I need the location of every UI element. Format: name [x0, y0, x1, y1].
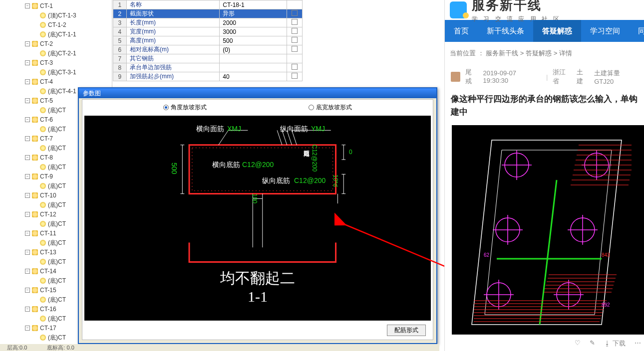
collapse-icon[interactable]: −	[25, 3, 30, 8]
crumb-link[interactable]: 详情	[559, 49, 572, 57]
prop-value[interactable]: CT-18-1	[220, 0, 287, 9]
avatar[interactable]	[451, 72, 460, 82]
collapse-icon[interactable]: −	[25, 136, 30, 141]
post-cat1[interactable]: 土建	[577, 68, 589, 86]
prop-value[interactable]: 3000	[220, 27, 287, 36]
prop-row[interactable]: 9加强筋起步(mm)40	[113, 72, 303, 81]
prop-row[interactable]: 3长度(mm)2000	[113, 18, 303, 27]
collapse-icon[interactable]: −	[25, 212, 30, 217]
collapse-icon[interactable]: −	[25, 250, 30, 255]
tool-icon[interactable]: ♡	[575, 339, 581, 348]
tree-node[interactable]: −CT-2	[25, 39, 112, 48]
collapse-icon[interactable]: −	[25, 193, 30, 198]
lbl-ymj[interactable]: YMJ	[311, 125, 325, 133]
collapse-icon[interactable]: −	[25, 174, 30, 179]
collapse-icon[interactable]: −	[25, 79, 30, 84]
site-nav: 首页新干线头条答疑解惑学习空间同城	[445, 20, 644, 42]
dialog-title-bar[interactable]: 参数图	[79, 88, 436, 98]
crumb-link[interactable]: 服务新干线	[486, 49, 518, 57]
prop-label: 长度(mm)	[126, 18, 219, 27]
props-table[interactable]: 1名称CT-18-12截面形状异形3长度(mm)20004宽度(mm)30005…	[113, 0, 303, 81]
prop-check[interactable]	[287, 36, 302, 45]
rebar-form-button[interactable]: 配筋形式	[387, 325, 426, 336]
collapse-icon[interactable]: −	[25, 41, 30, 46]
checkbox-icon[interactable]	[292, 28, 298, 34]
prop-check[interactable]	[287, 0, 302, 9]
lbl-width[interactable]: 100	[251, 193, 258, 203]
prop-row[interactable]: 4宽度(mm)3000	[113, 27, 303, 36]
prop-row[interactable]: 1名称CT-18-1	[113, 0, 303, 9]
tool-icon[interactable]: ⋯	[635, 339, 641, 348]
tree-leaf[interactable]: (底)CT-1-1	[33, 30, 112, 39]
leaf-icon	[40, 31, 46, 37]
collapse-icon[interactable]: −	[25, 326, 30, 331]
prop-row[interactable]: 8承台单边加强筋	[113, 63, 303, 72]
username[interactable]: 尾戒	[465, 68, 478, 86]
collapse-icon[interactable]: −	[25, 288, 30, 293]
prop-check[interactable]	[287, 9, 302, 18]
prop-value[interactable]: 500	[220, 36, 287, 45]
nav-item[interactable]: 学习空间	[581, 20, 629, 42]
lbl-cmj-value[interactable]: C12@200	[311, 145, 318, 172]
prop-value[interactable]: (0)	[220, 45, 287, 54]
checkbox-icon[interactable]	[292, 73, 298, 79]
lbl-rd[interactable]: 10*d	[332, 175, 339, 187]
nav-item[interactable]: 答疑解惑	[533, 20, 581, 42]
nav-item[interactable]: 同城	[629, 20, 644, 42]
tree-leaf[interactable]: CT-1-2	[33, 20, 112, 29]
checkbox-icon[interactable]	[292, 19, 298, 25]
prop-row[interactable]: 6相对底标高(m)(0)	[113, 45, 303, 54]
prop-value[interactable]: 2000	[220, 18, 287, 27]
prop-check[interactable]	[287, 45, 302, 54]
checkbox-icon[interactable]	[292, 37, 298, 43]
row-num: 2	[113, 9, 127, 18]
prop-row[interactable]: 7其它钢筋	[113, 54, 303, 63]
tool-icon[interactable]: ✎	[590, 339, 595, 348]
tree-leaf[interactable]: (顶)CT-1-3	[33, 11, 112, 20]
prop-row[interactable]: 5高度(mm)500	[113, 36, 303, 45]
collapse-icon[interactable]: −	[25, 269, 30, 274]
nav-item[interactable]: 首页	[445, 20, 478, 42]
lbl-r0[interactable]: 0	[349, 149, 352, 156]
prop-check[interactable]	[287, 18, 302, 27]
prop-value[interactable]	[220, 63, 287, 72]
checkbox-icon[interactable]	[292, 10, 298, 16]
lbl-hxdj-value[interactable]: C12@200	[242, 161, 274, 169]
checkbox-icon[interactable]	[292, 64, 298, 70]
leaf-icon	[40, 145, 46, 151]
tree-leaf[interactable]: (底)CT-3-1	[33, 68, 112, 77]
collapse-icon[interactable]: −	[25, 60, 30, 65]
collapse-icon[interactable]: −	[25, 231, 30, 236]
prop-value[interactable]: 异形	[220, 9, 287, 18]
prop-check[interactable]	[287, 54, 302, 63]
radio-angle-slope[interactable]: 角度放坡形式	[163, 103, 207, 112]
site-logo[interactable]: 服务新干线 学 习 交 流 应 用 社 区	[445, 0, 644, 20]
collapse-icon[interactable]: −	[25, 307, 30, 312]
leaf-icon	[40, 126, 46, 132]
tree-node[interactable]: −CT-1	[25, 1, 112, 10]
prop-check[interactable]	[287, 27, 302, 36]
collapse-icon[interactable]: −	[25, 98, 30, 103]
tree-label: CT-1	[40, 2, 53, 9]
nav-item[interactable]: 新干线头条	[478, 20, 533, 42]
tree-node[interactable]: −CT-4	[25, 77, 112, 86]
lbl-zxdj-value[interactable]: C12@200	[294, 176, 325, 184]
collapse-icon[interactable]: −	[25, 155, 30, 160]
crumb-link[interactable]: 答疑解惑	[526, 49, 552, 57]
checkbox-icon[interactable]	[292, 46, 298, 52]
prop-row[interactable]: 2截面形状异形	[113, 9, 303, 18]
lbl-xmj[interactable]: XMJ	[227, 125, 241, 133]
lbl-height[interactable]: 500	[170, 163, 178, 174]
prop-check[interactable]	[287, 72, 302, 81]
collapse-icon[interactable]: −	[25, 117, 30, 122]
prop-value[interactable]: 40	[220, 72, 287, 81]
tree-leaf[interactable]: (底)CT-2-1	[33, 49, 112, 58]
post-cat2[interactable]: 土建算量GTJ20	[594, 69, 638, 85]
prop-check[interactable]	[287, 63, 302, 72]
radio-width-slope[interactable]: 底宽放坡形式	[309, 103, 352, 112]
tree-node[interactable]: −CT-3	[25, 58, 112, 67]
prop-value[interactable]	[220, 54, 287, 63]
tool-download[interactable]: ⭳ 下载	[604, 339, 626, 348]
row-num: 3	[113, 18, 127, 27]
tree-leaf-label: (底)CT	[48, 106, 66, 115]
